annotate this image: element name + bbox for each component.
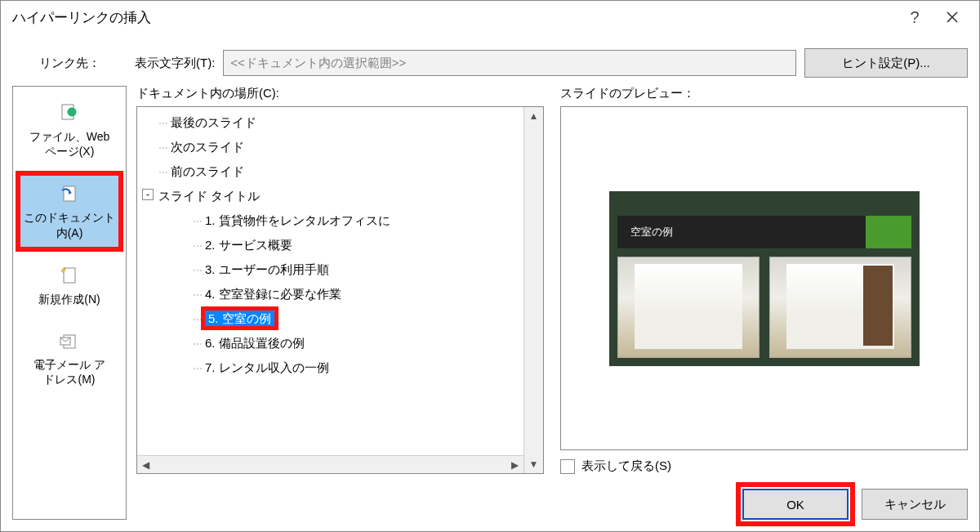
main-columns: ドキュメント内の場所(C): ⋯最後のスライド ⋯次のスライド ⋯前のスライド … (136, 86, 968, 474)
show-and-return-label: 表示して戻る(S) (581, 458, 671, 474)
display-row: リンク先： 表示文字列(T): <<ドキュメント内の選択範囲>> ヒント設定(P… (12, 34, 968, 86)
slide-accent (866, 216, 911, 248)
footer-buttons: OK キャンセル (136, 474, 968, 520)
location-label: ドキュメント内の場所(C): (136, 86, 544, 101)
show-and-return-checkbox[interactable] (560, 459, 575, 474)
display-text-input[interactable]: <<ドキュメント内の選択範囲>> (223, 50, 796, 76)
document-arrow-icon (57, 182, 82, 207)
slide-thumbnail: 空室の例 (609, 191, 920, 366)
sidebar-item-this-document[interactable]: このドキュメント 内(A) (18, 173, 121, 248)
tree-item[interactable]: ⋯前のスライド (142, 159, 523, 184)
globe-page-icon (57, 101, 82, 126)
tree-item[interactable]: ⋯4. 空室登録に必要な作業 (142, 282, 523, 306)
tree-item[interactable]: -スライド タイトル (142, 184, 523, 208)
linkto-sidebar: ファイル、Web ページ(X) このドキュメント 内(A) 新規作成(N) (12, 86, 127, 520)
sidebar-item-label: このドキュメント 内(A) (24, 210, 115, 239)
tree-item[interactable]: ⋯次のスライド (142, 135, 523, 159)
titlebar: ハイパーリンクの挿入 ? (1, 1, 979, 34)
tree-horizontal-scrollbar[interactable]: ◀ ▶ (137, 455, 523, 473)
slide-preview: 空室の例 (560, 106, 968, 450)
room-photo-2 (769, 257, 911, 358)
close-icon (946, 11, 959, 24)
sidebar-item-new-document[interactable]: 新規作成(N) (18, 256, 121, 315)
tree-item[interactable]: ⋯最後のスライド (142, 110, 523, 135)
sidebar-item-label: 新規作成(N) (38, 292, 100, 306)
tree-container: ⋯最後のスライド ⋯次のスライド ⋯前のスライド -スライド タイトル ⋯1. … (136, 106, 544, 474)
room-photo-1 (617, 257, 760, 358)
tree-vertical-scrollbar[interactable]: ▲ ▼ (523, 107, 543, 473)
scroll-up-icon[interactable]: ▲ (529, 107, 539, 125)
show-and-return-row: 表示して戻る(S) (560, 450, 968, 474)
main-area: ドキュメント内の場所(C): ⋯最後のスライド ⋯次のスライド ⋯前のスライド … (136, 86, 968, 520)
email-icon (57, 329, 82, 354)
svg-point-1 (68, 108, 76, 116)
tree-item[interactable]: ⋯1. 賃貸物件をレンタルオフィスに (142, 208, 523, 233)
tree-item[interactable]: ⋯3. ユーザーの利用手順 (142, 257, 523, 282)
scroll-right-icon[interactable]: ▶ (511, 459, 519, 471)
preview-label: スライドのプレビュー： (560, 86, 968, 101)
dialog-content: リンク先： 表示文字列(T): <<ドキュメント内の選択範囲>> ヒント設定(P… (1, 34, 979, 531)
help-button[interactable]: ? (896, 5, 933, 29)
display-text-label: 表示文字列(T): (135, 56, 215, 71)
svg-rect-3 (64, 268, 75, 283)
sidebar-item-email[interactable]: 電子メール ア ドレス(M) (18, 321, 121, 395)
cancel-button[interactable]: キャンセル (862, 489, 968, 520)
tree-item[interactable]: ⋯2. サービス概要 (142, 233, 523, 257)
slide-images (609, 248, 920, 366)
sidebar-item-file-web[interactable]: ファイル、Web ページ(X) (18, 93, 121, 167)
linkto-label: リンク先： (12, 56, 127, 71)
ok-button[interactable]: OK (742, 489, 849, 520)
hyperlink-dialog: ハイパーリンクの挿入 ? リンク先： 表示文字列(T): <<ドキュメント内の選… (0, 0, 980, 532)
collapse-icon[interactable]: - (142, 189, 154, 200)
tree-item[interactable]: ⋯6. 備品設置後の例 (142, 331, 523, 355)
close-button[interactable] (933, 5, 971, 29)
tree-item-selected[interactable]: ⋯5. 空室の例 (142, 306, 523, 331)
preview-column: スライドのプレビュー： 空室の例 (560, 86, 968, 474)
location-tree[interactable]: ⋯最後のスライド ⋯次のスライド ⋯前のスライド -スライド タイトル ⋯1. … (137, 107, 523, 473)
sidebar-item-label: 電子メール ア ドレス(M) (33, 357, 105, 387)
new-document-icon (57, 264, 82, 288)
scroll-down-icon[interactable]: ▼ (529, 455, 539, 473)
location-column: ドキュメント内の場所(C): ⋯最後のスライド ⋯次のスライド ⋯前のスライド … (136, 86, 544, 474)
dialog-title: ハイパーリンクの挿入 (12, 8, 896, 27)
screentip-button[interactable]: ヒント設定(P)... (804, 48, 968, 78)
scroll-left-icon[interactable]: ◀ (142, 459, 149, 471)
sidebar-item-label: ファイル、Web ページ(X) (29, 129, 110, 159)
body-area: ファイル、Web ページ(X) このドキュメント 内(A) 新規作成(N) (12, 86, 968, 520)
tree-item[interactable]: ⋯7. レンタル収入の一例 (142, 355, 523, 380)
